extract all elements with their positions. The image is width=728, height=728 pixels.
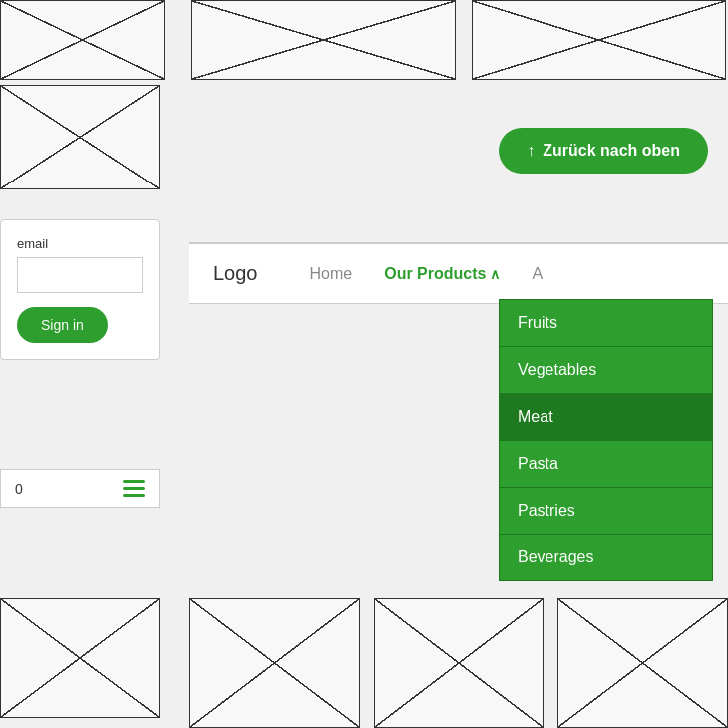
bottom-image-2 bbox=[374, 598, 545, 728]
nav-logo: Logo bbox=[213, 262, 258, 285]
chevron-up-icon: ∧ bbox=[490, 266, 500, 282]
back-to-top-label: Zurück nach oben bbox=[543, 142, 680, 160]
signin-panel: email Sign in bbox=[0, 219, 160, 360]
signin-button[interactable]: Sign in bbox=[17, 307, 108, 343]
navigation-bar: Logo Home Our Products ∧ A bbox=[189, 244, 728, 304]
dropdown-item-meat[interactable]: Meat bbox=[500, 394, 712, 441]
nav-other-link[interactable]: A bbox=[532, 265, 543, 283]
dropdown-item-pastries[interactable]: Pastries bbox=[500, 488, 712, 535]
nav-home-link[interactable]: Home bbox=[310, 265, 353, 283]
nav-products-label: Our Products bbox=[384, 265, 486, 283]
nav-products-link[interactable]: Our Products ∧ bbox=[384, 265, 500, 283]
email-input[interactable] bbox=[17, 257, 143, 293]
dropdown-item-beverages[interactable]: Beverages bbox=[500, 535, 712, 580]
dropdown-item-vegetables[interactable]: Vegetables bbox=[500, 347, 712, 394]
back-to-top-button[interactable]: ↑ Zurück nach oben bbox=[499, 128, 708, 174]
top-image-1 bbox=[0, 0, 165, 80]
arrow-up-icon: ↑ bbox=[527, 142, 535, 160]
top-image-2 bbox=[191, 0, 456, 80]
bottom-image-3 bbox=[557, 598, 728, 728]
bottom-image-row bbox=[189, 598, 728, 728]
mobile-nav-number: 0 bbox=[15, 481, 23, 497]
dropdown-item-fruits[interactable]: Fruits bbox=[500, 300, 712, 347]
left-top-image bbox=[0, 85, 160, 189]
left-bottom-image bbox=[0, 598, 160, 718]
top-image-3 bbox=[472, 0, 726, 80]
top-image-row bbox=[0, 0, 728, 80]
email-label: email bbox=[17, 236, 143, 251]
dropdown-item-pasta[interactable]: Pasta bbox=[500, 441, 712, 488]
products-dropdown: Fruits Vegetables Meat Pasta Pastries Be… bbox=[499, 299, 713, 581]
hamburger-menu-icon[interactable] bbox=[123, 480, 145, 497]
bottom-image-1 bbox=[189, 598, 360, 728]
mobile-nav-bar: 0 bbox=[0, 469, 160, 508]
